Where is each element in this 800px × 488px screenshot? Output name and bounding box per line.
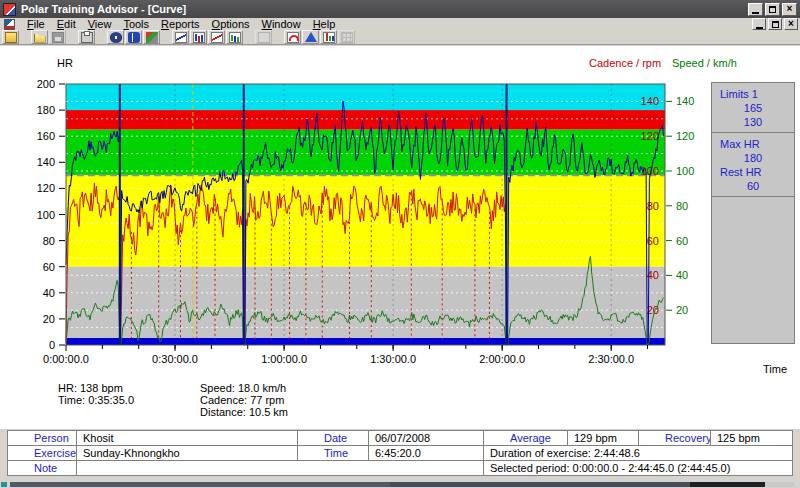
window-controls: × [748, 3, 797, 16]
svg-text:160: 160 [37, 130, 55, 142]
date-value: 06/07/2008 [369, 431, 484, 446]
cursor-readout-speed-cadence-distance: Speed: 18.0 km/h Cadence: 77 rpm Distanc… [200, 382, 288, 418]
child-close-button[interactable]: × [784, 18, 798, 30]
svg-text:180: 180 [37, 104, 55, 116]
fitness-test-button[interactable] [284, 30, 301, 44]
compare-icon [258, 32, 270, 43]
svg-text:80: 80 [647, 200, 659, 212]
distribution-view-button[interactable] [226, 30, 243, 44]
taskbar-bar [690, 482, 765, 487]
svg-text:120: 120 [641, 130, 659, 142]
tools-icon [146, 32, 158, 43]
svg-text:120: 120 [676, 130, 694, 142]
restore-icon [769, 6, 776, 13]
print-icon [81, 32, 93, 43]
compare-button [255, 30, 272, 44]
summary-report-button[interactable] [320, 30, 337, 44]
close-button[interactable]: × [782, 3, 797, 16]
gauge-icon [287, 32, 299, 43]
average-label: Average [484, 431, 568, 446]
transfer-from-watch-button[interactable] [107, 30, 124, 44]
toolbar [0, 30, 800, 45]
rest-hr-value: 60 [712, 179, 794, 193]
readout-speed: Speed: 18.0 km/h [200, 382, 288, 394]
recovery-label: Recovery [639, 431, 711, 446]
grid-view-button [338, 30, 355, 44]
exercise-curve-chart[interactable]: 1401201008060402020018016014012010080604… [0, 46, 800, 429]
svg-text:2:00:00.0: 2:00:00.0 [479, 353, 525, 365]
exercise-label: Exercise [8, 446, 77, 461]
triangle-icon [305, 32, 317, 42]
trend-view-button[interactable] [208, 30, 225, 44]
minimize-button[interactable] [748, 3, 763, 16]
exercise-wizard-button[interactable] [2, 30, 19, 44]
open-exercise-button[interactable] [31, 30, 48, 44]
menu-options[interactable]: Options [206, 18, 256, 30]
person-value: Khosit [77, 431, 298, 446]
hr-reference-section: Max HR 180 Rest HR 60 [712, 132, 794, 196]
child-minimize-button[interactable] [752, 18, 766, 30]
restore-button[interactable] [765, 3, 780, 16]
note-value[interactable] [77, 461, 484, 476]
child-restore-button[interactable] [768, 18, 782, 30]
bar-report-button[interactable] [190, 30, 207, 44]
max-hr-value: 180 [712, 151, 794, 165]
average-value: 129 bpm [568, 431, 639, 446]
curve-view-button[interactable] [172, 30, 189, 44]
readout-cadence: Cadence: 77 rpm [200, 394, 288, 406]
svg-text:140: 140 [37, 156, 55, 168]
print-button[interactable] [78, 30, 95, 44]
report-icon [323, 32, 335, 43]
time-label: Time [298, 446, 369, 461]
book-icon [128, 32, 140, 43]
svg-text:20: 20 [676, 304, 688, 316]
table-row: Person Khosit Date 06/07/2008 Average 12… [8, 431, 793, 446]
svg-text:20: 20 [43, 313, 55, 325]
diary-button[interactable] [125, 30, 142, 44]
limit-high-value: 165 [712, 101, 794, 115]
person-label: Person [8, 431, 77, 446]
menu-reports[interactable]: Reports [155, 18, 206, 30]
chart-bar2-icon [229, 32, 241, 43]
max-hr-label: Max HR [712, 137, 794, 151]
svg-text:100: 100 [37, 209, 55, 221]
svg-text:40: 40 [43, 287, 55, 299]
watch-icon [110, 32, 122, 43]
altitude-view-button[interactable] [302, 30, 319, 44]
menu-help[interactable]: Help [307, 18, 342, 30]
recovery-value: 125 bpm [711, 431, 793, 446]
svg-text:120: 120 [37, 182, 55, 194]
menu-edit[interactable]: Edit [51, 18, 82, 30]
svg-text:200: 200 [37, 78, 55, 90]
svg-text:0:30:00.0: 0:30:00.0 [152, 353, 198, 365]
svg-text:1:30:00.0: 1:30:00.0 [370, 353, 416, 365]
menu-tools[interactable]: Tools [117, 18, 155, 30]
taskbar-bar [765, 482, 795, 487]
minimize-icon [752, 12, 759, 14]
table-row: Note Selected period: 0:00:00.0 - 2:44:4… [8, 461, 793, 476]
window-title: Polar Training Advisor - [Curve] [21, 3, 748, 15]
app-icon [3, 3, 16, 16]
taskbar-bar [10, 482, 390, 487]
chart-line2-icon [211, 32, 223, 43]
open-icon [34, 32, 46, 43]
time-value: 6:45:20.0 [369, 446, 484, 461]
svg-text:1:00:00.0: 1:00:00.0 [261, 353, 307, 365]
limits-title: Limits 1 [712, 87, 794, 101]
time-axis-title: Time [763, 363, 787, 375]
chart-panel: HR Cadence / rpm Speed / km/h 1401201008… [0, 46, 800, 429]
legend-empty-area [712, 196, 794, 354]
settings-tools-button[interactable] [143, 30, 160, 44]
note-label: Note [8, 461, 77, 476]
limit-low-value: 130 [712, 115, 794, 129]
save-button [49, 30, 66, 44]
menu-file[interactable]: File [21, 18, 51, 30]
menu-view[interactable]: View [82, 18, 118, 30]
readout-time: Time: 0:35:35.0 [58, 394, 134, 406]
svg-text:60: 60 [43, 261, 55, 273]
exercise-value: Sunday-Khnongkho [77, 446, 298, 461]
title-bar: Polar Training Advisor - [Curve] × [0, 0, 800, 18]
svg-text:40: 40 [676, 269, 688, 281]
menu-window[interactable]: Window [256, 18, 307, 30]
chart-bar-icon [193, 32, 205, 43]
